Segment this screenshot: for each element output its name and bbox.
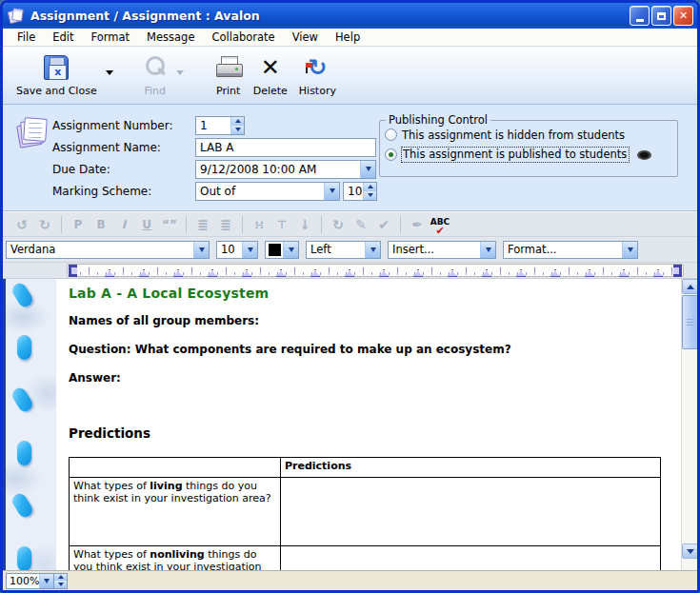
app-window: Assignment / Assignment : Avalon ✕ File …: [0, 0, 700, 593]
alignment-arrow[interactable]: [365, 242, 380, 258]
font-color-dropdown[interactable]: [265, 241, 299, 259]
marking-value-spinner[interactable]: 10: [343, 182, 377, 201]
document-content[interactable]: Lab A - A Local Ecosystem Names of all g…: [3, 279, 684, 570]
published-option-row[interactable]: This assignment is published to students: [385, 145, 673, 165]
menu-view[interactable]: View: [284, 29, 327, 46]
menu-file[interactable]: File: [9, 29, 44, 46]
alignment-dropdown[interactable]: Left: [306, 241, 381, 259]
minimize-button[interactable]: [630, 6, 650, 26]
zoom-down-button[interactable]: [54, 581, 67, 588]
ruler-tab-marker: [449, 270, 456, 276]
main-toolbar: Save and Close Find Print ✕ Delete ↻ His…: [3, 47, 697, 105]
published-radio[interactable]: [385, 148, 397, 161]
spellcheck-icon[interactable]: ABC✔: [429, 214, 451, 235]
menu-message[interactable]: Message: [138, 29, 203, 46]
accept-icon[interactable]: ✔: [372, 213, 395, 236]
table-header-predictions-cell[interactable]: Predictions: [281, 458, 661, 478]
find-options-dropdown[interactable]: [173, 54, 187, 90]
scroll-up-button[interactable]: [682, 279, 697, 294]
vertical-scrollbar[interactable]: [681, 279, 697, 570]
undo-icon[interactable]: ↺: [10, 213, 33, 236]
italic-icon[interactable]: I: [112, 213, 135, 236]
font-family-dropdown[interactable]: Verdana: [6, 241, 210, 259]
save-and-close-button[interactable]: Save and Close: [10, 50, 103, 99]
table-row1-question-cell[interactable]: What types of living things do you think…: [70, 478, 281, 546]
title-bar: Assignment / Assignment : Avalon ✕: [3, 3, 697, 29]
format-dropdown[interactable]: Format...: [503, 241, 638, 259]
menu-collaborate[interactable]: Collaborate: [203, 29, 283, 46]
window-title: Assignment / Assignment : Avalon: [30, 9, 630, 23]
zoom-control[interactable]: 100%: [6, 573, 54, 589]
save-icon: [44, 55, 69, 80]
insert-rows-icon[interactable]: ∺: [248, 213, 270, 236]
doc-members-line: Names of all group members:: [69, 314, 684, 327]
ruler-tab-marker: [654, 270, 662, 276]
underline-icon[interactable]: U: [135, 213, 158, 236]
format-arrow[interactable]: [622, 242, 637, 258]
right-margin-marker[interactable]: [673, 265, 682, 277]
menu-bar: File Edit Format Message Collaborate Vie…: [3, 29, 697, 47]
status-bar: 100%: [3, 570, 697, 590]
ruler-tab-marker: [174, 270, 182, 276]
insert-dropdown[interactable]: Insert...: [388, 241, 496, 259]
history-button[interactable]: ↻ History: [293, 50, 342, 99]
zoom-up-button[interactable]: [54, 574, 67, 582]
font-size-arrow[interactable]: [242, 242, 257, 258]
rotate-icon[interactable]: ↻: [327, 213, 350, 236]
horizontal-rule-icon[interactable]: ⊤: [270, 213, 293, 236]
signature-icon[interactable]: ✒: [406, 213, 429, 236]
hidden-option-row[interactable]: This assignment is hidden from students: [385, 125, 673, 145]
menu-edit[interactable]: Edit: [44, 29, 82, 46]
marking-scheme-dropdown-arrow[interactable]: [324, 183, 339, 200]
pencil-icon[interactable]: ✎: [350, 213, 372, 236]
ruler-tab-marker: [517, 270, 525, 276]
table-row1-answer-cell[interactable]: [281, 478, 661, 546]
close-button[interactable]: ✕: [673, 6, 693, 26]
ruler: [67, 264, 684, 277]
font-color-arrow[interactable]: [283, 242, 298, 258]
left-margin-marker[interactable]: [69, 265, 77, 277]
document-editor[interactable]: Lab A - A Local Ecosystem Names of all g…: [3, 279, 697, 570]
zoom-dropdown-arrow[interactable]: [39, 574, 53, 588]
quotes-icon[interactable]: “”: [158, 213, 181, 236]
number-up-button[interactable]: [231, 117, 244, 126]
print-button[interactable]: Print: [210, 50, 248, 99]
down-arrow-icon[interactable]: ↓: [293, 213, 316, 236]
number-down-button[interactable]: [231, 126, 244, 134]
marking-up-button[interactable]: [364, 183, 376, 191]
menu-format[interactable]: Format: [83, 29, 139, 46]
indent-icon[interactable]: ≣: [214, 213, 237, 236]
font-size-dropdown[interactable]: 10: [216, 241, 258, 259]
bold-icon[interactable]: B: [90, 213, 112, 236]
find-button[interactable]: Find: [137, 50, 173, 99]
ruler-tab-marker: [209, 270, 216, 276]
scrollbar-thumb[interactable]: [682, 295, 697, 349]
marking-scheme-dropdown[interactable]: Out of: [195, 182, 340, 201]
assignment-notes-icon: [16, 118, 49, 148]
font-family-arrow[interactable]: [193, 242, 209, 258]
table-row2-question-cell[interactable]: What types of nonliving things do you th…: [70, 546, 281, 571]
menu-help[interactable]: Help: [327, 29, 369, 46]
delete-button[interactable]: ✕ Delete: [248, 50, 293, 99]
table-header-empty-cell[interactable]: [70, 458, 281, 478]
assignment-name-input[interactable]: LAB A: [195, 138, 376, 157]
marking-down-button[interactable]: [364, 191, 376, 200]
due-date-dropdown[interactable]: 9/12/2008 10:00 AM: [195, 160, 376, 179]
doc-section-heading: Predictions: [69, 425, 684, 441]
zoom-spinner[interactable]: [54, 573, 68, 589]
hidden-radio[interactable]: [385, 128, 397, 141]
insert-arrow[interactable]: [480, 242, 495, 258]
print-icon: [215, 56, 242, 79]
maximize-button[interactable]: [651, 6, 671, 26]
assignment-number-spinner[interactable]: 1: [195, 116, 245, 135]
paragraph-icon[interactable]: P: [67, 213, 90, 236]
ruler-tab-marker: [277, 270, 285, 276]
save-options-dropdown[interactable]: [103, 54, 116, 90]
due-date-dropdown-arrow[interactable]: [360, 161, 375, 178]
assignment-name-label: Assignment Name:: [52, 141, 195, 154]
eye-icon: [637, 150, 651, 160]
outdent-icon[interactable]: ≣: [191, 213, 214, 236]
scroll-down-button[interactable]: [682, 544, 697, 559]
redo-icon[interactable]: ↻: [33, 213, 56, 236]
table-row2-answer-cell[interactable]: [281, 546, 661, 571]
